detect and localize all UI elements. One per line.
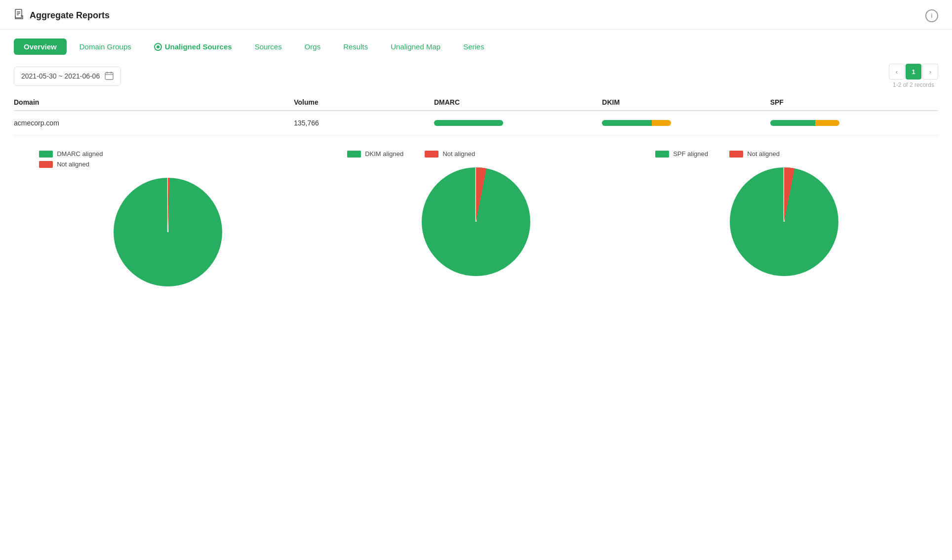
spf-bar bbox=[770, 120, 938, 126]
spf-pie bbox=[725, 162, 843, 281]
tab-sources[interactable]: Sources bbox=[245, 39, 292, 55]
dmarc-aligned-swatch bbox=[39, 151, 53, 158]
page-title: Aggregate Reports bbox=[30, 10, 110, 21]
header-left: Aggregate Reports bbox=[14, 9, 110, 22]
current-page-button[interactable]: 1 bbox=[906, 64, 921, 80]
pagination-info: 1-2 of 2 records bbox=[893, 81, 934, 88]
spf-aligned-swatch bbox=[655, 151, 669, 158]
calendar-icon bbox=[105, 71, 114, 81]
dmarc-legend-not-aligned: Not aligned bbox=[39, 160, 307, 168]
col-spf: SPF bbox=[770, 98, 938, 106]
volume-value: 135,766 bbox=[294, 119, 434, 127]
date-range-value: 2021-05-30 ~ 2021-06-06 bbox=[21, 72, 100, 80]
tab-orgs[interactable]: Orgs bbox=[295, 39, 331, 55]
dmarc-chart: DMARC aligned Not aligned bbox=[29, 150, 307, 291]
dmarc-not-aligned-label: Not aligned bbox=[57, 160, 89, 168]
tab-unaligned-sources[interactable]: Unaligned Sources bbox=[144, 39, 242, 55]
tab-results[interactable]: Results bbox=[333, 39, 378, 55]
table-header: Domain Volume DMARC DKIM SPF bbox=[14, 93, 938, 111]
spf-legend-aligned: SPF aligned Not aligned bbox=[655, 150, 923, 158]
dkim-not-aligned-label: Not aligned bbox=[442, 150, 475, 158]
col-dmarc: DMARC bbox=[434, 98, 602, 106]
spf-aligned-label: SPF aligned bbox=[673, 150, 708, 158]
info-icon[interactable]: i bbox=[925, 9, 938, 22]
dkim-aligned-label: DKIM aligned bbox=[365, 150, 403, 158]
tab-domain-groups[interactable]: Domain Groups bbox=[70, 39, 141, 55]
dkim-pie bbox=[417, 162, 535, 281]
charts-section: DMARC aligned Not aligned bbox=[0, 135, 952, 301]
dkim-chart: DKIM aligned Not aligned bbox=[337, 150, 615, 281]
table-row: acmecorp.com 135,766 bbox=[14, 111, 938, 135]
dkim-aligned-swatch bbox=[347, 151, 361, 158]
spf-chart: SPF aligned Not aligned bbox=[645, 150, 923, 281]
dmarc-legend: DMARC aligned Not aligned bbox=[29, 150, 307, 168]
col-dkim: DKIM bbox=[602, 98, 770, 106]
pagination-controls: ‹ 1 › bbox=[889, 64, 938, 80]
active-indicator bbox=[154, 43, 162, 51]
table-section: Domain Volume DMARC DKIM SPF acmecorp.co… bbox=[0, 93, 952, 135]
toolbar: 2021-05-30 ~ 2021-06-06 ‹ 1 › 1-2 of 2 r… bbox=[0, 55, 952, 93]
header: Aggregate Reports i bbox=[0, 0, 952, 30]
pagination: ‹ 1 › 1-2 of 2 records bbox=[889, 64, 938, 88]
next-page-button[interactable]: › bbox=[922, 64, 938, 80]
prev-page-button[interactable]: ‹ bbox=[889, 64, 905, 80]
tab-series[interactable]: Series bbox=[453, 39, 494, 55]
dkim-legend: DKIM aligned Not aligned bbox=[337, 150, 615, 158]
tab-unaligned-map[interactable]: Unaligned Map bbox=[381, 39, 450, 55]
document-icon bbox=[14, 9, 25, 22]
page-wrapper: Aggregate Reports i Overview Domain Grou… bbox=[0, 0, 952, 560]
dkim-not-aligned-swatch bbox=[425, 151, 438, 158]
dmarc-legend-aligned: DMARC aligned bbox=[39, 150, 307, 158]
tab-overview[interactable]: Overview bbox=[14, 39, 67, 55]
dmarc-not-aligned-swatch bbox=[39, 161, 53, 168]
spf-not-aligned-label: Not aligned bbox=[747, 150, 780, 158]
dkim-bar bbox=[602, 120, 770, 126]
col-domain: Domain bbox=[14, 98, 294, 106]
spf-legend: SPF aligned Not aligned bbox=[645, 150, 923, 158]
spf-not-aligned-swatch bbox=[729, 151, 743, 158]
dmarc-aligned-label: DMARC aligned bbox=[57, 150, 103, 158]
dmarc-bar bbox=[434, 120, 602, 126]
dkim-legend-aligned: DKIM aligned Not aligned bbox=[347, 150, 615, 158]
col-volume: Volume bbox=[294, 98, 434, 106]
domain-value: acmecorp.com bbox=[14, 119, 294, 127]
svg-rect-4 bbox=[105, 73, 113, 80]
nav-tabs: Overview Domain Groups Unaligned Sources… bbox=[0, 30, 952, 55]
dmarc-pie bbox=[109, 173, 227, 291]
date-range-picker[interactable]: 2021-05-30 ~ 2021-06-06 bbox=[14, 67, 121, 86]
